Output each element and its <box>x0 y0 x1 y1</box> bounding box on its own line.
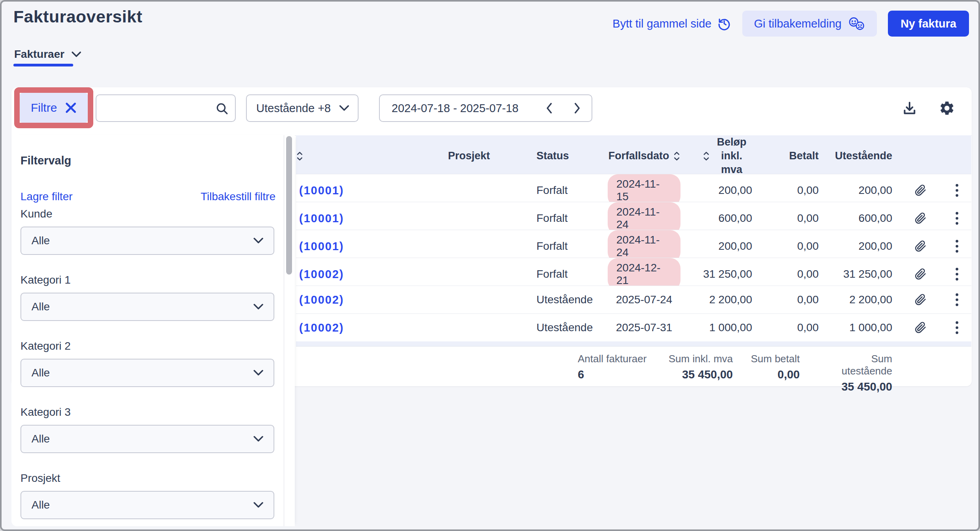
column-header-betalt[interactable]: Betalt <box>758 150 825 162</box>
switch-to-old-page-link[interactable]: Bytt til gammel side <box>612 17 731 31</box>
tab-fakturaer[interactable]: Fakturaer <box>14 48 81 61</box>
feedback-smileys-icon <box>848 17 865 31</box>
status-cell: Utestående <box>511 293 608 306</box>
sort-icon[interactable] <box>296 151 427 161</box>
table-row[interactable]: (10002) Utestående 2025-07-31 1 000,00 0… <box>296 313 971 341</box>
filter-group-kategori-1: Kategori 1 Alle <box>20 274 274 321</box>
paperclip-icon[interactable] <box>899 184 942 197</box>
paperclip-icon[interactable] <box>899 268 942 280</box>
chevron-down-icon <box>339 105 349 111</box>
amount-incl-vat-cell: 1 000,00 <box>680 321 758 334</box>
horizontal-scrollbar-track[interactable] <box>296 341 971 346</box>
invoice-number-link[interactable]: (10001) <box>296 240 344 253</box>
paperclip-icon[interactable] <box>899 293 942 306</box>
chevron-down-icon <box>253 436 263 442</box>
outstanding-cell: 1 000,00 <box>825 321 899 334</box>
invoice-number-link[interactable]: (10001) <box>296 212 344 225</box>
close-icon <box>65 102 77 114</box>
paid-cell: 0,00 <box>758 240 825 253</box>
table-totals-row: Antall fakturaer 6 Sum inkl. mva 35 450,… <box>296 346 971 386</box>
status-cell: Forfalt <box>511 268 608 280</box>
due-date: 2025-07-31 <box>616 321 672 334</box>
download-icon[interactable] <box>902 100 917 116</box>
history-icon <box>717 17 731 31</box>
status-cell: Forfalt <box>511 184 608 197</box>
outstanding-cell: 200,00 <box>825 184 899 197</box>
filter-group-kunde: Kunde Alle <box>20 208 274 255</box>
filtre-highlight-annotation: Filtre <box>14 87 93 128</box>
amount-incl-vat-cell: 200,00 <box>680 240 758 253</box>
invoice-table: Prosjekt Status Forfallsdato Beløp inkl.… <box>296 135 971 386</box>
search-input[interactable] <box>96 95 235 121</box>
filter-group-kategori-2: Kategori 2 Alle <box>20 340 274 387</box>
kebab-menu-icon[interactable] <box>942 293 971 307</box>
outstanding-cell: 31 250,00 <box>825 268 899 280</box>
kunde-select[interactable]: Alle <box>20 227 274 255</box>
feedback-button-label: Gi tilbakemelding <box>754 17 841 30</box>
kebab-menu-icon[interactable] <box>942 183 971 197</box>
chevron-down-icon <box>253 502 263 508</box>
sort-icon[interactable] <box>703 151 709 161</box>
paid-cell: 0,00 <box>758 293 825 306</box>
chevron-down-icon <box>253 370 263 376</box>
invoice-number-link[interactable]: (10001) <box>296 184 344 197</box>
total-invoice-count: Antall fakturaer 6 <box>578 353 647 381</box>
invoice-overview-page: Fakturaoversikt Fakturaer Bytt til gamme… <box>0 0 980 531</box>
filters-toggle-button[interactable]: Filtre <box>20 93 88 123</box>
panel-divider <box>284 135 284 526</box>
status-cell: Utestående <box>511 321 608 334</box>
amount-incl-vat-cell: 31 250,00 <box>680 268 758 280</box>
sort-icon[interactable] <box>674 151 680 161</box>
column-header-belop[interactable]: Beløp inkl. mva <box>680 135 758 177</box>
table-row[interactable]: (10002) Utestående 2025-07-24 2 200,00 0… <box>296 286 971 313</box>
new-invoice-button[interactable]: Ny faktura <box>888 11 969 37</box>
status-filter-dropdown[interactable]: Utestående +8 <box>246 94 359 122</box>
chevron-right-icon[interactable] <box>574 103 581 114</box>
table-row[interactable]: (10002) Forfalt 2024-12-21 31 250,00 0,0… <box>296 258 971 286</box>
column-header-prosjekt[interactable]: Prosjekt <box>427 150 511 162</box>
table-actions <box>902 100 955 116</box>
panel-scrollbar-thumb[interactable] <box>286 136 292 275</box>
invoice-number-link[interactable]: (10002) <box>296 293 344 306</box>
kebab-menu-icon[interactable] <box>942 239 971 253</box>
column-header-status[interactable]: Status <box>511 150 608 162</box>
paperclip-icon[interactable] <box>899 321 942 334</box>
kebab-menu-icon[interactable] <box>942 267 971 281</box>
kategori-3-select[interactable]: Alle <box>20 425 274 453</box>
table-row[interactable]: (10001) Forfalt 2024-11-15 200,00 0,00 2… <box>296 174 971 202</box>
column-header-forfallsdato[interactable]: Forfallsdato <box>608 150 680 162</box>
outstanding-cell: 2 200,00 <box>825 293 899 306</box>
kebab-menu-icon[interactable] <box>942 321 971 335</box>
give-feedback-button[interactable]: Gi tilbakemelding <box>742 11 877 37</box>
paperclip-icon[interactable] <box>899 212 942 225</box>
active-tab-underline <box>13 64 73 66</box>
total-sum-outstanding: Sum utestående 35 450,00 <box>819 353 892 393</box>
prosjekt-select[interactable]: Alle <box>20 491 274 519</box>
paperclip-icon[interactable] <box>899 240 942 253</box>
date-range-picker[interactable]: 2024-07-18 - 2025-07-18 <box>379 94 592 122</box>
table-row[interactable]: (10001) Forfalt 2024-11-24 600,00 0,00 6… <box>296 202 971 230</box>
total-sum-incl-vat: Sum inkl. mva 35 450,00 <box>662 353 733 381</box>
save-filter-link[interactable]: Lagre filter <box>20 190 72 203</box>
table-row[interactable]: (10001) Forfalt 2024-11-24 200,00 0,00 2… <box>296 230 971 258</box>
outstanding-cell: 600,00 <box>825 212 899 225</box>
status-cell: Forfalt <box>511 212 608 225</box>
reset-filters-link[interactable]: Tilbakestill filtre <box>201 190 276 203</box>
kategori-2-select[interactable]: Alle <box>20 359 274 387</box>
page-title: Fakturaoversikt <box>13 7 142 26</box>
chevron-down-icon <box>72 52 81 57</box>
kategori-1-select[interactable]: Alle <box>20 293 274 321</box>
paid-cell: 0,00 <box>758 184 825 197</box>
search-field <box>96 94 236 122</box>
invoice-number-link[interactable]: (10002) <box>296 268 344 280</box>
paid-cell: 0,00 <box>758 321 825 334</box>
chevron-left-icon[interactable] <box>546 103 553 114</box>
filter-group-kategori-3: Kategori 3 Alle <box>20 406 274 453</box>
invoice-number-link[interactable]: (10002) <box>296 321 344 334</box>
amount-incl-vat-cell: 200,00 <box>680 184 758 197</box>
column-header-utestaende[interactable]: Utestående <box>825 150 899 162</box>
filters-button-label: Filtre <box>31 101 57 114</box>
status-cell: Forfalt <box>511 240 608 253</box>
gear-icon[interactable] <box>939 100 955 116</box>
kebab-menu-icon[interactable] <box>942 211 971 225</box>
